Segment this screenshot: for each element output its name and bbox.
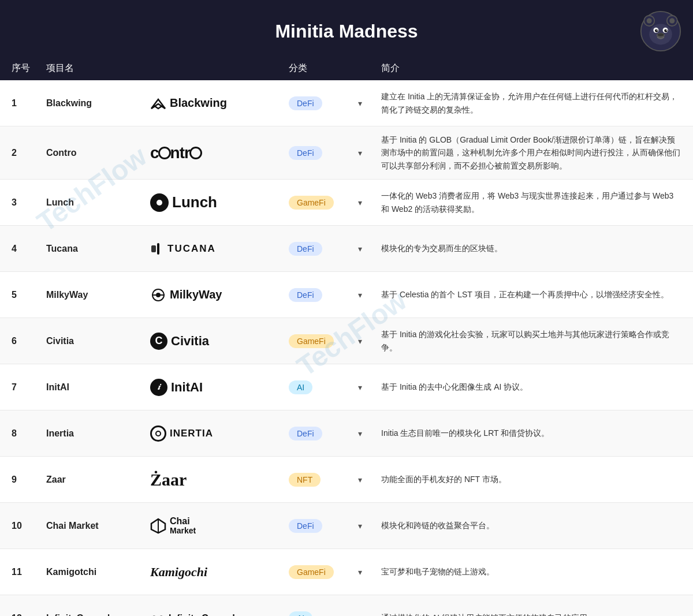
chai-logo: Chai Market: [150, 516, 196, 535]
row-tag: AI: [289, 611, 358, 616]
row-name: MilkyWay: [46, 290, 150, 300]
row-desc: 基于 Initia 的游戏化社会实验，玩家可以购买土地并与其他玩家进行策略合作或…: [381, 328, 681, 354]
row-tag: GameFi: [289, 334, 358, 348]
row-logo: 𝒊 InitAI: [150, 379, 289, 396]
row-arrow: ▾: [358, 568, 381, 577]
table-row: 9 Zaar Żaar NFT ▾ 功能全面的手机友好的 NFT 市场。: [0, 457, 693, 503]
row-logo: Infinity Ground: [150, 613, 289, 616]
tag-label: AI: [289, 380, 312, 394]
row-arrow: ▾: [358, 148, 381, 158]
row-num: 4: [12, 244, 46, 254]
row-num: 11: [12, 567, 46, 577]
svg-point-8: [655, 29, 658, 32]
svg-point-4: [669, 18, 675, 24]
civitia-icon: C: [150, 333, 167, 350]
row-tag: DeFi: [289, 96, 358, 110]
inertia-logo: INERTIA: [150, 425, 213, 442]
row-logo: Kamigochi: [150, 565, 289, 580]
col-num: 序号: [12, 62, 46, 74]
svg-point-11: [666, 29, 667, 31]
blackwing-icon: [150, 97, 166, 110]
infinity-logo: Infinity Ground: [150, 613, 235, 616]
row-logo: Chai Market: [150, 516, 289, 535]
row-desc: 建立在 Initia 上的无清算保证金协，允许用户在任何链上进行任何代币的杠杆交…: [381, 90, 681, 116]
initai-logo: 𝒊 InitAI: [150, 379, 203, 396]
row-num: 12: [12, 613, 46, 616]
svg-rect-15: [157, 243, 159, 255]
mascot-icon: [640, 10, 681, 52]
row-name: Lunch: [46, 197, 150, 208]
row-num: 3: [12, 197, 46, 208]
page-title: Minitia Madness: [53, 21, 640, 42]
row-num: 9: [12, 475, 46, 485]
row-name: Contro: [46, 148, 150, 158]
tag-label: AI: [289, 611, 312, 616]
row-tag: DeFi: [289, 427, 358, 440]
row-tag: NFT: [289, 473, 358, 487]
row-arrow: ▾: [358, 337, 381, 346]
main-container: TechFlow TechFlow Minitia Madness: [0, 0, 693, 616]
col-arrow: [358, 62, 381, 74]
tag-label: NFT: [289, 473, 321, 487]
row-logo: Żaar: [150, 470, 289, 490]
row-tag: DeFi: [289, 242, 358, 256]
contro-logo: cntr: [150, 144, 202, 162]
table-row: 7 InitAI 𝒊 InitAI AI ▾ 基于 Initia 的去中心化图像…: [0, 364, 693, 410]
row-name: Chai Market: [46, 521, 150, 531]
chai-icon: [150, 518, 166, 534]
civitia-logo: C Civitia: [150, 333, 209, 350]
tag-label: DeFi: [289, 288, 322, 302]
svg-point-3: [647, 18, 652, 24]
row-arrow: ▾: [358, 614, 381, 616]
tag-label: DeFi: [289, 519, 322, 533]
tag-label: DeFi: [289, 242, 322, 256]
row-logo: Blackwing: [150, 96, 289, 110]
col-category: 分类: [289, 62, 358, 74]
tag-label: GameFi: [289, 196, 334, 210]
row-tag: GameFi: [289, 196, 358, 210]
row-tag: DeFi: [289, 146, 358, 160]
row-arrow: ▾: [358, 99, 381, 108]
infinity-icon: [150, 613, 165, 616]
row-desc: 一体化的 Web3 消费者应用，将 Web3 与现实世界连接起来，用户通过参与 …: [381, 189, 681, 215]
row-name: Zaar: [46, 475, 150, 485]
milkyway-logo: MilkyWay: [150, 287, 222, 303]
zaar-logo: Żaar: [150, 470, 187, 490]
col-desc: 简介: [381, 62, 681, 74]
table-row: 4 Tucana TUCANA DeFi ▾ 模块化的专为交易而生的区块链。: [0, 226, 693, 272]
tag-label: GameFi: [289, 334, 334, 348]
inertia-icon: [150, 425, 166, 442]
table-row: 1 Blackwing Blackwing DeFi ▾ 建立在 Initia …: [0, 80, 693, 126]
row-desc: 模块化的专为交易而生的区块链。: [381, 242, 681, 255]
row-arrow: ▾: [358, 383, 381, 392]
svg-point-13: [658, 33, 664, 36]
row-logo: cntr: [150, 144, 289, 162]
table-body: 1 Blackwing Blackwing DeFi ▾ 建立在 Initia …: [0, 80, 693, 616]
table-row: 3 Lunch Lunch GameFi ▾ 一体化的 Web3 消费者应用，将…: [0, 180, 693, 226]
col-logo: [150, 62, 289, 74]
milkyway-icon: [150, 287, 166, 303]
tucana-logo: TUCANA: [150, 242, 216, 256]
row-name: Blackwing: [46, 98, 150, 109]
tag-label: DeFi: [289, 146, 322, 160]
row-desc: 功能全面的手机友好的 NFT 市场。: [381, 473, 681, 486]
svg-rect-14: [151, 245, 156, 252]
row-name: InfinityGround: [46, 613, 150, 616]
row-arrow: ▾: [358, 290, 381, 300]
row-logo: Lunch: [150, 193, 289, 212]
row-desc: Initia 生态目前唯一的模块化 LRT 和借贷协议。: [381, 427, 681, 439]
row-num: 8: [12, 428, 46, 439]
tucana-icon: [150, 242, 164, 256]
row-arrow: ▾: [358, 521, 381, 531]
row-arrow: ▾: [358, 429, 381, 438]
row-num: 10: [12, 521, 46, 531]
table-row: 6 Civitia C Civitia GameFi ▾ 基于 Initia 的…: [0, 318, 693, 364]
row-tag: DeFi: [289, 288, 358, 302]
row-name: InitAI: [46, 382, 150, 393]
row-tag: GameFi: [289, 565, 358, 579]
row-name: Civitia: [46, 336, 150, 346]
row-name: Inertia: [46, 428, 150, 439]
row-tag: AI: [289, 380, 358, 394]
tag-label: DeFi: [289, 96, 322, 110]
row-desc: 基于 Initia 的 GLOB（Gradual Limit Order Boo…: [381, 133, 681, 172]
